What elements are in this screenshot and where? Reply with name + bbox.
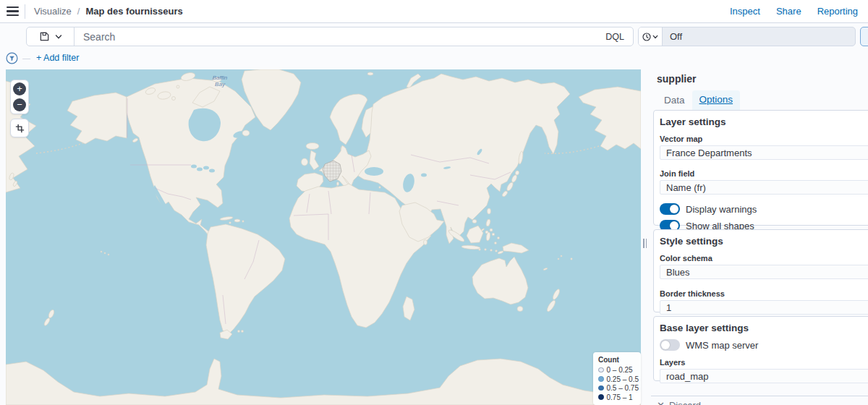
legend-item: 0 – 0.25 [598, 366, 636, 374]
legend-range-label: 0 – 0.25 [607, 366, 633, 374]
saved-query-button[interactable] [27, 27, 75, 46]
time-picker: Off [638, 27, 856, 46]
header-actions: Inspect Share Reporting [730, 6, 858, 17]
query-language-button[interactable]: DQL [597, 32, 633, 42]
legend-swatch [598, 385, 604, 391]
clock-icon [642, 33, 651, 41]
style-settings-title: Style settings [660, 236, 868, 247]
layer-settings-title: Layer settings [660, 116, 868, 127]
layer-settings-card: Layer settings Vector map Join field Dis… [653, 110, 868, 226]
wms-map-server-row: WMS map server [660, 339, 868, 351]
join-field-select[interactable] [660, 180, 868, 195]
hamburger-menu-icon[interactable] [0, 0, 25, 22]
save-icon [39, 31, 50, 42]
border-thickness-label: Border thickness [660, 289, 868, 298]
legend-swatch [598, 394, 604, 400]
layers-input[interactable] [660, 369, 868, 383]
fit-to-bounds-button[interactable] [10, 119, 29, 137]
inspect-link[interactable]: Inspect [730, 6, 760, 17]
chevron-down-icon [55, 33, 62, 40]
legend-swatch [598, 367, 604, 373]
display-warnings-toggle[interactable] [660, 203, 680, 215]
tab-data[interactable]: Data [657, 90, 692, 111]
filter-bar: — + Add filter [0, 48, 868, 68]
search-bar: DQL [26, 27, 634, 46]
base-layer-settings-card: Base layer settings WMS map server Layer… [653, 316, 868, 381]
crop-icon [14, 123, 25, 134]
reporting-link[interactable]: Reporting [817, 6, 858, 17]
time-quick-select-button[interactable] [639, 27, 663, 46]
style-settings-card: Style settings Color schema Border thick… [653, 229, 868, 312]
legend-swatch [598, 376, 604, 382]
vector-map-select[interactable] [660, 145, 868, 160]
time-display[interactable]: Off [663, 27, 682, 46]
add-filter-button[interactable]: + Add filter [36, 53, 79, 63]
discard-label: Discard [669, 400, 701, 405]
base-layer-settings-title: Base layer settings [660, 323, 868, 333]
map-zoom-controls: + − [10, 80, 29, 114]
map-legend: Count 0 – 0.25 0.25 – 0.5 0.5 – 0.75 0.7… [593, 352, 641, 405]
breadcrumb-visualize[interactable]: Visualize [34, 6, 72, 17]
color-schema-select[interactable] [660, 265, 868, 279]
share-link[interactable]: Share [776, 6, 801, 17]
wms-map-server-toggle[interactable] [660, 339, 680, 351]
layers-label: Layers [660, 358, 868, 367]
search-input[interactable] [75, 31, 597, 43]
close-icon: ✕ [657, 400, 665, 405]
border-thickness-input[interactable] [660, 300, 868, 315]
display-warnings-label: Display warnings [686, 204, 757, 215]
legend-item: 0.5 – 0.75 [598, 384, 636, 392]
legend-title: Count [598, 356, 636, 364]
panel-divider [651, 396, 868, 396]
tab-options[interactable]: Options [692, 90, 741, 111]
zoom-in-button[interactable]: + [13, 82, 26, 95]
discard-button[interactable]: ✕ Discard [657, 400, 701, 405]
legend-range-label: 0.5 – 0.75 [607, 384, 639, 392]
page-title: Map des fournisseurs [85, 6, 182, 17]
vector-map-label: Vector map [660, 135, 868, 143]
legend-range-label: 0.75 – 1 [607, 393, 633, 401]
update-query-button[interactable] [860, 27, 868, 46]
world-map[interactable]: BaffinBay [6, 69, 641, 405]
color-schema-label: Color schema [660, 254, 868, 263]
panel-resize-handle[interactable] [643, 239, 649, 249]
legend-item: 0.25 – 0.5 [598, 375, 636, 383]
panel-tabs: Data Options [657, 90, 868, 111]
filter-icon[interactable] [6, 52, 18, 64]
legend-item: 0.75 – 1 [598, 393, 636, 401]
wms-map-server-label: WMS map server [686, 340, 758, 351]
zoom-out-button[interactable]: − [13, 98, 26, 111]
breadcrumb: Visualize / Map des fournisseurs [34, 6, 183, 17]
join-field-label: Join field [660, 169, 868, 178]
app-header: Visualize / Map des fournisseurs Inspect… [0, 0, 868, 23]
display-warnings-row: Display warnings [660, 203, 868, 215]
options-side-panel: supplier Data Options Layer settings Vec… [651, 69, 868, 405]
breadcrumb-separator: / [77, 6, 80, 17]
query-bar: DQL Off [0, 23, 868, 48]
agg-title: supplier [657, 73, 868, 85]
map-canvas[interactable]: BaffinBay + − Count 0 – 0.25 0.25 – 0.5 … [6, 69, 641, 405]
chevron-down-icon [652, 34, 658, 40]
header-divider [25, 4, 25, 19]
legend-range-label: 0.25 – 0.5 [607, 375, 639, 383]
filter-dash: — [22, 54, 30, 62]
map-legend-items: 0 – 0.25 0.25 – 0.5 0.5 – 0.75 0.75 – 1 [598, 366, 636, 401]
